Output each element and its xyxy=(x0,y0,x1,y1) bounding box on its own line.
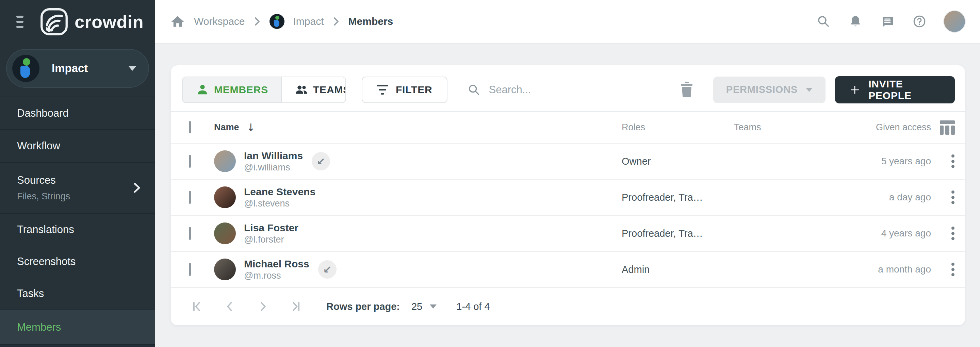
member-username: @l.forster xyxy=(244,234,298,245)
sidebar-item-members[interactable]: Members xyxy=(0,310,155,344)
user-avatar[interactable] xyxy=(944,11,965,32)
breadcrumb-workspace[interactable]: Workspace xyxy=(194,16,245,27)
member-avatar xyxy=(214,223,236,244)
table-header: Name ↓ Roles Teams Given access xyxy=(171,111,965,143)
topbar: Workspace Impact Members xyxy=(155,0,980,43)
table-row: Lisa Foster @l.forster Proofreader, Tra…… xyxy=(171,216,965,252)
column-header-roles[interactable]: Roles xyxy=(622,122,734,133)
last-login-arrow-badge: ↙ xyxy=(312,152,330,170)
sidebar: crowdin Impact Dashboard Workflow Source… xyxy=(0,0,155,347)
member-name[interactable]: Lisa Foster xyxy=(244,222,298,234)
tab-label: MEMBERS xyxy=(214,84,268,96)
rows-per-page-label: Rows per page: xyxy=(326,301,400,312)
sidebar-item-label: Tasks xyxy=(17,288,44,300)
sidebar-item-translations[interactable]: Translations xyxy=(0,214,155,246)
member-name[interactable]: Ian Williams xyxy=(244,150,303,162)
table-body: Ian Williams @i.williams ↙ Owner 5 years… xyxy=(171,143,965,288)
sidebar-item-label: Workflow xyxy=(17,140,60,152)
crowdin-logo: crowdin xyxy=(40,8,143,36)
previous-page-button[interactable] xyxy=(221,298,239,315)
plus-icon xyxy=(850,84,860,96)
search-icon[interactable] xyxy=(816,14,831,29)
invite-people-button[interactable]: INVITE PEOPLE xyxy=(835,76,955,103)
messages-icon[interactable] xyxy=(880,14,895,29)
member-avatar xyxy=(214,150,236,172)
member-avatar xyxy=(214,186,236,208)
person-icon xyxy=(196,83,209,97)
member-name[interactable]: Leane Stevens xyxy=(244,186,315,197)
row-actions-kebab-icon[interactable] xyxy=(951,190,955,205)
sidebar-item-label: Screenshots xyxy=(17,255,76,268)
last-page-button[interactable] xyxy=(287,298,304,315)
column-header-name[interactable]: Name xyxy=(214,122,239,133)
sidebar-item-sublabel: Files, Strings xyxy=(17,191,70,202)
row-checkbox[interactable] xyxy=(189,263,191,276)
member-given-access: 5 years ago xyxy=(850,156,931,167)
member-given-access: a month ago xyxy=(850,264,931,275)
sidebar-item-label: Sources xyxy=(17,174,56,186)
row-checkbox[interactable] xyxy=(189,155,191,168)
help-icon[interactable] xyxy=(912,14,927,29)
filter-button[interactable]: FILTER xyxy=(362,76,447,103)
table-columns-settings-icon[interactable] xyxy=(940,121,955,135)
people-icon xyxy=(295,83,308,97)
project-switcher[interactable]: Impact xyxy=(6,49,149,88)
breadcrumb-project[interactable]: Impact xyxy=(293,16,324,27)
sidebar-item-sources[interactable]: Sources Files, Strings xyxy=(0,162,155,213)
member-roles: Proofreader, Tra… xyxy=(622,192,734,203)
member-username: @i.williams xyxy=(244,162,303,173)
next-page-button[interactable] xyxy=(254,298,271,315)
table-row: Ian Williams @i.williams ↙ Owner 5 years… xyxy=(171,143,965,180)
chevron-down-icon xyxy=(129,66,136,71)
row-checkbox[interactable] xyxy=(189,227,191,240)
table-row: Michael Ross @m.ross ↙ Admin a month ago xyxy=(171,252,965,288)
home-icon[interactable] xyxy=(170,14,185,29)
column-header-given-access[interactable]: Given access xyxy=(850,122,931,133)
project-name: Impact xyxy=(52,62,129,75)
table-row: Leane Stevens @l.stevens Proofreader, Tr… xyxy=(171,180,965,216)
chevron-down-icon xyxy=(430,304,437,309)
sidebar-item-workflow[interactable]: Workflow xyxy=(0,130,155,162)
pagination: Rows per page: 25 1-4 of 4 xyxy=(171,288,965,325)
rows-per-page-select[interactable]: 25 xyxy=(411,301,437,312)
project-logo-icon xyxy=(269,14,285,29)
crowdin-mark-icon xyxy=(40,8,68,36)
column-header-teams[interactable]: Teams xyxy=(734,122,850,133)
search-icon xyxy=(467,83,481,97)
select-all-checkbox[interactable] xyxy=(189,121,191,133)
rows-per-page-value: 25 xyxy=(411,301,422,312)
row-actions-kebab-icon[interactable] xyxy=(951,262,955,277)
sidebar-footer xyxy=(0,345,155,347)
pagination-range: 1-4 of 4 xyxy=(456,301,490,312)
permissions-button[interactable]: PERMISSIONS xyxy=(713,76,826,103)
row-actions-kebab-icon[interactable] xyxy=(951,226,955,241)
filter-icon xyxy=(377,85,388,95)
toolbar: MEMBERS TEAMS FILTER PERMISSIONS xyxy=(171,65,965,111)
search-input[interactable] xyxy=(489,84,679,96)
sidebar-item-label: Dashboard xyxy=(17,107,69,119)
brand-name: crowdin xyxy=(75,11,143,32)
first-page-button[interactable] xyxy=(189,298,206,315)
tab-teams[interactable]: TEAMS xyxy=(281,77,346,102)
member-avatar xyxy=(214,259,236,280)
members-teams-tab-group: MEMBERS TEAMS xyxy=(182,76,346,103)
sort-descending-icon[interactable]: ↓ xyxy=(247,121,255,133)
member-username: @m.ross xyxy=(244,271,309,281)
sidebar-item-tasks[interactable]: Tasks xyxy=(0,278,155,310)
delete-trash-icon[interactable] xyxy=(679,82,694,98)
tab-label: TEAMS xyxy=(313,84,346,96)
chevron-down-icon xyxy=(806,88,813,92)
sidebar-item-screenshots[interactable]: Screenshots xyxy=(0,246,155,278)
last-login-arrow-badge: ↙ xyxy=(318,260,337,279)
project-logo-icon xyxy=(12,55,40,82)
main-content: MEMBERS TEAMS FILTER PERMISSIONS xyxy=(155,44,980,347)
member-roles: Proofreader, Tra… xyxy=(622,228,734,239)
permissions-button-label: PERMISSIONS xyxy=(726,84,798,95)
sidebar-item-dashboard[interactable]: Dashboard xyxy=(0,97,155,129)
row-actions-kebab-icon[interactable] xyxy=(951,154,955,169)
hamburger-menu-icon[interactable] xyxy=(16,14,24,30)
tab-members[interactable]: MEMBERS xyxy=(183,77,281,102)
notifications-bell-icon[interactable] xyxy=(848,14,863,29)
row-checkbox[interactable] xyxy=(189,191,191,204)
member-name[interactable]: Michael Ross xyxy=(244,258,309,270)
